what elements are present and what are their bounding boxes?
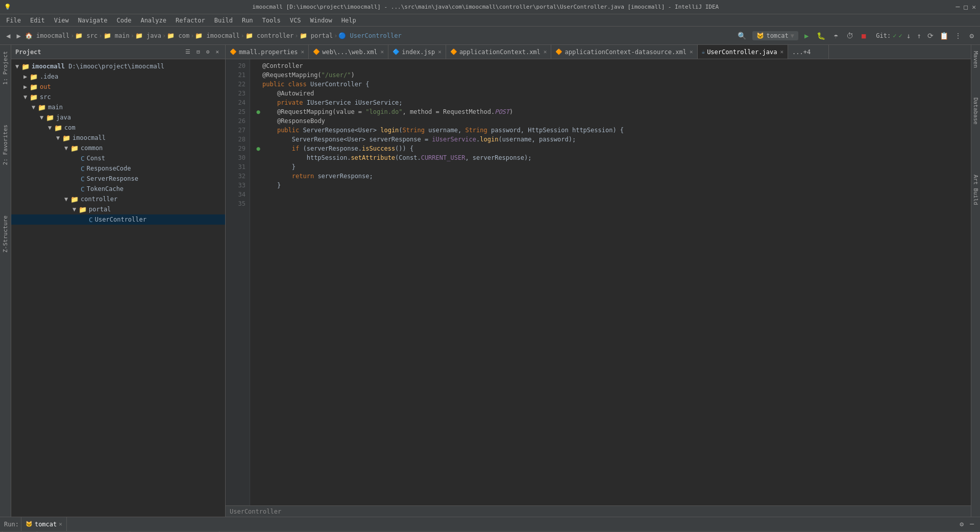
tree-imoocmall-pkg[interactable]: ▼ 📁 imoocmall xyxy=(11,133,225,143)
run-tab-tomcat[interactable]: 🐱 tomcat ✕ xyxy=(21,517,67,531)
tree-usercontroller[interactable]: ▶ C UserController xyxy=(11,214,225,225)
tab-indexjsp[interactable]: 🔷 index.jsp ✕ xyxy=(388,45,446,59)
bc-usercontroller[interactable]: 🔵 UserController xyxy=(338,32,401,39)
git-more[interactable]: ⋮ xyxy=(952,31,964,41)
menu-build[interactable]: Build xyxy=(210,16,237,25)
menu-run[interactable]: Run xyxy=(238,16,257,25)
tree-main[interactable]: ▼ 📁 main xyxy=(11,102,225,112)
tree-root[interactable]: ▼ 📁 imoocmall D:\imooc\project\imoocmall xyxy=(11,61,225,71)
menu-help[interactable]: Help xyxy=(337,16,360,25)
profile-button[interactable]: ⏱ xyxy=(844,31,855,41)
run-minimize[interactable]: ─ xyxy=(968,519,976,529)
tree-const[interactable]: ▶ C Const xyxy=(11,153,225,163)
tab-webxml[interactable]: 🔶 web\...\web.xml ✕ xyxy=(309,45,388,59)
search-everywhere[interactable]: 🔍 xyxy=(736,31,748,41)
menu-tools[interactable]: Tools xyxy=(258,16,285,25)
tree-portal[interactable]: ▼ 📁 portal xyxy=(11,204,225,214)
tree-src[interactable]: ▼ 📁 src xyxy=(11,92,225,102)
tree-java[interactable]: ▼ 📁 java xyxy=(11,112,225,123)
project-panel: Project ☰ ⊟ ⚙ ✕ ▼ 📁 imoocmall D:\imooc\p… xyxy=(11,45,226,517)
project-close[interactable]: ✕ xyxy=(213,47,221,56)
run-config[interactable]: 🐱 tomcat ▼ xyxy=(752,31,798,40)
run-panel: Run: 🐱 tomcat ✕ ⚙ ─ Server Tomcat Localh… xyxy=(0,517,980,532)
folder-controller-icon: 📁 xyxy=(70,196,79,203)
menu-analyze[interactable]: Analyze xyxy=(136,16,170,25)
tree-out[interactable]: ▶ 📁 out xyxy=(11,82,225,92)
menu-bar: File Edit View Navigate Code Analyze Ref… xyxy=(0,14,980,27)
bc-imoocmall2[interactable]: 📁 imoocmall xyxy=(195,32,239,39)
git-check[interactable]: ✓ xyxy=(893,32,896,39)
git-push[interactable]: ↑ xyxy=(915,31,923,41)
project-collapse[interactable]: ⊟ xyxy=(194,47,202,56)
tab-icon-mmall: 🔶 xyxy=(230,49,237,55)
folder-imoocmall-icon: 📁 xyxy=(62,134,70,142)
git-stash[interactable]: 📋 xyxy=(938,31,950,41)
project-settings[interactable]: ⚙ xyxy=(204,47,212,56)
close-button[interactable]: ✕ xyxy=(972,3,976,11)
stop-button[interactable]: ■ xyxy=(860,31,868,41)
code-content[interactable]: @Controller @RequestMapping("/user/") pu… xyxy=(250,59,971,505)
tree-controller[interactable]: ▼ 📁 controller xyxy=(11,194,225,204)
menu-view[interactable]: View xyxy=(50,16,73,25)
tomcat-icon: 🐱 xyxy=(756,32,764,39)
vtab-favorites[interactable]: 2: Favorites xyxy=(1,120,10,169)
menu-vcs[interactable]: VCS xyxy=(286,16,305,25)
toolbar-forward[interactable]: ▶ xyxy=(14,31,22,41)
project-gear[interactable]: ☰ xyxy=(183,47,192,56)
menu-refactor[interactable]: Refactor xyxy=(172,16,209,25)
tab-more[interactable]: ...+4 xyxy=(788,45,829,59)
minimize-button[interactable]: ─ xyxy=(956,3,960,11)
tab-mmall-properties[interactable]: 🔶 mmall.properties ✕ xyxy=(226,45,309,59)
code-line-30: ServerResponse<User> serverResponse = iU… xyxy=(254,135,967,144)
app-icon: 💡 xyxy=(4,4,11,10)
tree-serverresponse[interactable]: ▶ C ServerResponse xyxy=(11,174,225,184)
bc-src[interactable]: 📁 src xyxy=(75,32,97,39)
tree-common[interactable]: ▼ 📁 common xyxy=(11,143,225,153)
tab-close-appctx[interactable]: ✕ xyxy=(544,49,547,55)
run-tab-close[interactable]: ✕ xyxy=(59,521,62,527)
menu-code[interactable]: Code xyxy=(113,16,136,25)
run-settings[interactable]: ⚙ xyxy=(958,519,966,529)
tab-close-indexjsp[interactable]: ✕ xyxy=(438,49,442,55)
menu-navigate[interactable]: Navigate xyxy=(74,16,112,25)
bc-com[interactable]: 📁 com xyxy=(167,32,189,39)
bc-java[interactable]: 📁 java xyxy=(135,32,161,39)
tab-usercontroller[interactable]: ☕ UserController.java ✕ xyxy=(698,45,789,59)
bc-main[interactable]: 📁 main xyxy=(104,32,130,39)
bc-controller[interactable]: 📁 controller xyxy=(246,32,293,39)
tab-close-appctx-ds[interactable]: ✕ xyxy=(690,49,693,55)
maximize-button[interactable]: □ xyxy=(964,3,968,11)
tree-tokencache[interactable]: ▶ C TokenCache xyxy=(11,184,225,194)
class-sr-icon: C xyxy=(81,175,85,183)
tree-com[interactable]: ▼ 📁 com xyxy=(11,123,225,133)
coverage-button[interactable]: ☂ xyxy=(831,31,840,41)
bc-imoocmall[interactable]: 🏠 imoocmall xyxy=(25,32,69,39)
tree-arrow-src: ▼ xyxy=(23,93,30,101)
rpanel-maven[interactable]: Maven xyxy=(971,47,980,72)
vtab-project[interactable]: 1: Project xyxy=(1,47,10,89)
debug-button[interactable]: 🐛 xyxy=(815,31,827,41)
menu-edit[interactable]: Edit xyxy=(26,16,49,25)
tab-appctx-ds[interactable]: 🔶 applicationContext-datasource.xml ✕ xyxy=(551,45,697,59)
tab-close-webxml[interactable]: ✕ xyxy=(381,49,384,55)
run-config-name: tomcat xyxy=(766,32,788,39)
tab-appctx[interactable]: 🔶 applicationContext.xml ✕ xyxy=(446,45,552,59)
tab-close-mmall[interactable]: ✕ xyxy=(301,49,305,55)
tree-idea[interactable]: ▶ 📁 .idea xyxy=(11,71,225,82)
rpanel-database[interactable]: Database xyxy=(971,93,980,129)
git-update[interactable]: ↓ xyxy=(904,31,913,41)
settings-button[interactable]: ⚙ xyxy=(968,31,976,41)
tree-responsecode[interactable]: ▶ C ResponseCode xyxy=(11,163,225,174)
rpanel-artbuild[interactable]: Art Build xyxy=(971,171,980,209)
tomcat-run-icon: 🐱 xyxy=(26,521,33,527)
run-button[interactable]: ▶ xyxy=(802,31,811,41)
tree-label: imoocmall D:\imooc\project\imoocmall xyxy=(32,63,164,70)
bc-portal[interactable]: 📁 portal xyxy=(300,32,333,39)
menu-file[interactable]: File xyxy=(2,16,25,25)
vtab-structure[interactable]: Z-Structure xyxy=(1,211,10,257)
git-history[interactable]: ⟳ xyxy=(925,31,936,41)
code-line-20: @Controller xyxy=(254,61,967,70)
toolbar-back[interactable]: ◀ xyxy=(4,31,12,41)
menu-window[interactable]: Window xyxy=(306,16,336,25)
tab-close-uc[interactable]: ✕ xyxy=(780,49,783,55)
